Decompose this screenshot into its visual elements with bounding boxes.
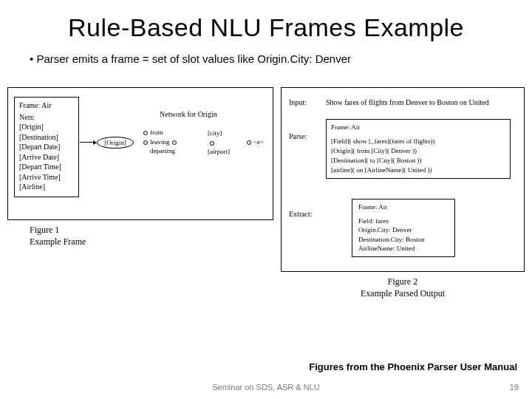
epsilon-label: <e> xyxy=(245,138,264,146)
target-label: [city] xyxy=(208,129,230,138)
graph-node-icon xyxy=(143,140,148,145)
parse-line: [Field]( show [_fares](fares of flights)… xyxy=(331,137,505,146)
graph-node-icon xyxy=(247,140,251,145)
extract-frame: Frame: Air xyxy=(358,202,449,212)
parse-label: Parse: xyxy=(289,132,307,140)
slot-item: [Depart Time] xyxy=(19,162,74,172)
parse-frame: Frame: Air xyxy=(331,123,505,132)
page-number: 19 xyxy=(510,383,519,392)
extract-line: AirlineName: United xyxy=(358,244,449,253)
figure-1-box: Frame: Air Nets: [Origin] [Destination] … xyxy=(7,87,273,220)
figures-credit: Figures from the Phoenix Parser User Man… xyxy=(309,361,517,372)
parse-line: [Origin]( from [City]( Denver )) xyxy=(331,146,505,156)
graph-node-icon xyxy=(210,141,214,146)
slot-item: [Origin] xyxy=(19,122,74,132)
figure-1-caption: Figure 1 Example Frame xyxy=(7,220,273,248)
figure-2: Input: Show fares of flights from Denver… xyxy=(281,87,525,299)
figures-area: Frame: Air Nets: [Origin] [Destination] … xyxy=(7,87,525,355)
slot-item: [Arrive Time] xyxy=(19,172,74,183)
origin-node: [Origin] xyxy=(97,137,134,149)
slot-item: [Destination] xyxy=(19,132,74,143)
footer-text: Seminar on SDS, ASR & NLU xyxy=(0,383,532,392)
caption-number: Figure 1 xyxy=(30,225,273,236)
parse-box: Frame: Air [Field]( show [_fares](fares … xyxy=(326,119,511,179)
figure-2-caption: Figure 2 Example Parsed Output xyxy=(281,272,525,299)
slot-item: [Airline] xyxy=(19,182,74,192)
caption-number: Figure 2 xyxy=(281,276,525,288)
transition-label: departing xyxy=(150,147,175,154)
network-title: Network for Origin xyxy=(160,110,217,118)
graph-node-icon xyxy=(172,140,177,145)
extract-label: Extract: xyxy=(289,210,313,218)
frame-slot-list: Frame: Air Nets: [Origin] [Destination] … xyxy=(14,97,79,197)
network-targets: [city] [airport] xyxy=(208,129,230,157)
caption-text: Example Parsed Output xyxy=(281,288,525,300)
extract-box: Frame: Air Field: fares Origin.City: Den… xyxy=(352,199,455,257)
input-label: Input: xyxy=(289,98,307,106)
figure-2-box: Input: Show fares of flights from Denver… xyxy=(281,87,525,272)
extract-line: Origin.City: Denver xyxy=(358,225,449,235)
network-transitions: from leaving departing xyxy=(141,129,179,157)
figure-1: Frame: Air Nets: [Origin] [Destination] … xyxy=(7,87,273,248)
extract-line: Destination.City: Boston xyxy=(358,235,449,245)
target-label: [airport] xyxy=(208,147,230,157)
frame-header: Frame: Air xyxy=(19,100,74,111)
bullet-line: Parser emits a frame = set of slot value… xyxy=(0,48,532,72)
parse-line: [airline]( on [AirlineName]( United )) xyxy=(331,166,505,175)
extract-line: Field: fares xyxy=(358,216,449,226)
transition-label: from xyxy=(150,129,163,136)
caption-text: Example Frame xyxy=(30,236,273,248)
graph-node-icon xyxy=(143,131,148,135)
slot-item: [Arrive Date] xyxy=(19,152,74,163)
arrow-icon xyxy=(80,142,96,143)
slot-item: [Depart Date] xyxy=(19,142,74,152)
parse-line: [Destination]( to [City]( Boston )) xyxy=(331,156,505,166)
nets-label: Nets: xyxy=(19,112,74,123)
page-title: Rule-Based NLU Frames Example xyxy=(0,0,532,48)
transition-label: leaving xyxy=(150,138,170,146)
input-text: Show fares of flights from Denver to Bos… xyxy=(326,98,489,106)
